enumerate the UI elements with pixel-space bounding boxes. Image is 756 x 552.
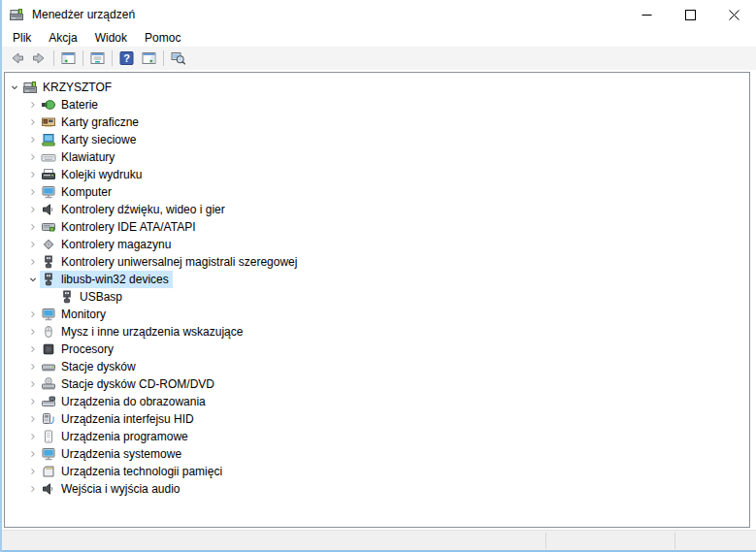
- tree-item-label: Karty sieciowe: [61, 132, 136, 147]
- tree-item-stacje-dysk-w[interactable]: Stacje dysków: [5, 358, 749, 375]
- tree-item-monitory[interactable]: Monitory: [5, 306, 749, 323]
- chevron-right-icon[interactable]: [26, 97, 40, 113]
- display-adapter-icon: [41, 114, 56, 130]
- monitor-icon: [41, 307, 56, 322]
- mouse-icon: [41, 324, 56, 340]
- tree-item-usbasp[interactable]: USBasp: [5, 288, 749, 306]
- tree-item-urz-dzenia-do-obrazowania[interactable]: Urządzenia do obrazowania: [5, 393, 749, 410]
- chevron-down-icon[interactable]: [26, 272, 40, 287]
- chevron-right-icon[interactable]: [26, 464, 40, 479]
- chevron-right-icon[interactable]: [26, 254, 40, 270]
- chevron-right-icon[interactable]: [26, 376, 40, 392]
- chevron-right-icon[interactable]: [26, 114, 40, 130]
- network-adapter-icon: [41, 132, 56, 147]
- tree-item-label: Mysz i inne urządzenia wskazujące: [61, 324, 243, 340]
- chevron-down-icon[interactable]: [8, 80, 21, 95]
- menu-item-akcja[interactable]: Akcja: [40, 29, 85, 47]
- status-separator: [545, 533, 546, 549]
- device-manager-window: Menedżer urządzeń Plik Akcja Widok Pomoc: [0, 0, 756, 552]
- tree-item-karty-sieciowe[interactable]: Karty sieciowe: [5, 131, 749, 148]
- chevron-right-icon[interactable]: [26, 307, 40, 322]
- tree-item-label: KRZYSZTOF: [43, 80, 112, 95]
- battery-icon: [41, 97, 56, 113]
- tree-item-karty-graficzne[interactable]: Karty graficzne: [5, 114, 749, 131]
- computer-monitor-icon: [41, 184, 56, 200]
- chevron-right-icon[interactable]: [26, 411, 40, 427]
- tree-item-label: Procesory: [61, 341, 114, 357]
- maximize-button[interactable]: [669, 0, 712, 29]
- chevron-right-icon[interactable]: [26, 446, 40, 462]
- tree-item-krzysztof[interactable]: KRZYSZTOF: [5, 79, 749, 96]
- tree-item-label: Monitory: [61, 307, 106, 322]
- software-device-icon: [41, 429, 56, 444]
- chevron-right-icon[interactable]: [26, 429, 40, 444]
- chevron-right-icon[interactable]: [26, 167, 40, 182]
- toolbar-help-button[interactable]: ?: [115, 48, 138, 69]
- chevron-right-icon[interactable]: [26, 481, 40, 497]
- chevron-right-icon[interactable]: [26, 149, 40, 165]
- tree-item-kontrolery-uniwersalnej-magistrali-szeregowej[interactable]: Kontrolery uniwersalnej magistrali szere…: [5, 253, 749, 271]
- tree-item-kontrolery-d-wi-ku-wideo-i-gier[interactable]: Kontrolery dźwięku, wideo i gier: [5, 201, 749, 218]
- close-button[interactable]: [712, 0, 756, 29]
- tree-item-mysz-i-inne-urz-dzenia-wskazuj-ce[interactable]: Mysz i inne urządzenia wskazujące: [5, 323, 749, 341]
- tree-item-klawiatury[interactable]: Klawiatury: [5, 148, 749, 166]
- tree-item-urz-dzenia-systemowe[interactable]: Urządzenia systemowe: [5, 445, 749, 463]
- chevron-right-icon[interactable]: [26, 324, 40, 340]
- cdrom-icon: [41, 376, 56, 392]
- tree-item-libusb-win32-devices[interactable]: libusb-win32 devices: [5, 271, 749, 288]
- toolbar-separator: [82, 50, 83, 66]
- chevron-right-icon[interactable]: [26, 202, 40, 217]
- scan-hardware-icon: [170, 50, 186, 66]
- usb-icon: [41, 254, 56, 270]
- menu-item-widok[interactable]: Widok: [86, 29, 136, 47]
- tree-item-label: Urządzenia do obrazowania: [61, 394, 206, 409]
- tree-item-label: Kontrolery magazynu: [61, 237, 171, 252]
- chevron-right-icon[interactable]: [26, 132, 40, 147]
- toolbar-forward-button[interactable]: [28, 48, 50, 69]
- storage-controller-icon: [41, 237, 56, 252]
- chevron-right-icon[interactable]: [26, 341, 40, 357]
- toolbar-console-tree-button[interactable]: [57, 48, 80, 69]
- maximize-icon: [685, 10, 696, 20]
- tree-item-urz-dzenia-programowe[interactable]: Urządzenia programowe: [5, 428, 749, 445]
- chevron-right-icon[interactable]: [26, 359, 40, 374]
- menu-item-plik[interactable]: Plik: [4, 29, 40, 47]
- chevron-right-icon[interactable]: [26, 184, 40, 200]
- tree-item-label: Urządzenia systemowe: [61, 446, 181, 462]
- toolbar-properties-button[interactable]: [86, 48, 109, 69]
- chevron-right-icon[interactable]: [26, 237, 40, 252]
- tree-item-procesory[interactable]: Procesory: [5, 341, 749, 358]
- chevron-right-icon[interactable]: [26, 394, 40, 409]
- status-bar: [2, 530, 756, 551]
- printer-icon: [41, 167, 56, 182]
- tree-item-kontrolery-ide-ata-atapi[interactable]: Kontrolery IDE ATA/ATAPI: [5, 218, 749, 236]
- tree-item-label: Wejścia i wyjścia audio: [61, 481, 181, 497]
- toolbar-back-button[interactable]: [6, 48, 28, 69]
- tree-item-label: Kontrolery IDE ATA/ATAPI: [61, 219, 196, 235]
- tree-item-komputer[interactable]: Komputer: [5, 183, 749, 201]
- imaging-device-icon: [41, 394, 56, 409]
- menu-item-pomoc[interactable]: Pomoc: [136, 29, 189, 47]
- tree-item-label: Karty graficzne: [61, 114, 139, 130]
- tree-item-kolejki-wydruku[interactable]: Kolejki wydruku: [5, 166, 749, 183]
- toolbar-action-pane-button[interactable]: [138, 48, 160, 69]
- tree-item-label: Klawiatury: [61, 149, 115, 165]
- tree-item-label: Komputer: [61, 184, 112, 200]
- tree-item-urz-dzenia-interfejsu-hid[interactable]: Urządzenia interfejsu HID: [5, 410, 749, 428]
- forward-arrow-icon: [31, 50, 48, 66]
- audio-io-icon: [41, 481, 56, 497]
- usb-icon: [59, 289, 75, 305]
- title-bar: Menedżer urządzeń: [2, 0, 756, 29]
- tree-item-wej-cia-i-wyj-cia-audio[interactable]: Wejścia i wyjścia audio: [5, 480, 749, 498]
- chevron-right-icon[interactable]: [26, 219, 40, 235]
- ide-controller-icon: [41, 219, 56, 235]
- console-tree-icon: [60, 50, 77, 66]
- tree-item-stacje-dysk-w-cd-rom-dvd[interactable]: Stacje dysków CD-ROM/DVD: [5, 375, 749, 393]
- tree-item-urz-dzenia-technologii-pami-ci[interactable]: Urządzenia technologii pamięci: [5, 463, 749, 480]
- tree-item-label: USBasp: [80, 289, 122, 305]
- minimize-button[interactable]: [625, 0, 669, 29]
- toolbar-scan-hardware-button[interactable]: [167, 48, 189, 69]
- tree-item-kontrolery-magazynu[interactable]: Kontrolery magazynu: [5, 236, 749, 253]
- processor-icon: [41, 341, 56, 357]
- tree-item-baterie[interactable]: Baterie: [5, 96, 749, 114]
